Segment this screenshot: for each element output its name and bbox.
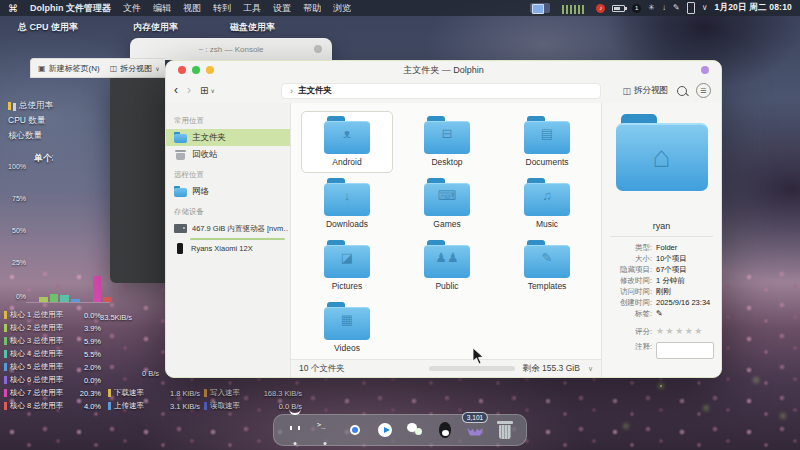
- user-accent-dot: [701, 66, 709, 74]
- music-note-emblem-icon: ♫: [524, 188, 570, 203]
- netease-music-icon[interactable]: ♪: [596, 4, 605, 13]
- chevron-down-icon: ∨: [155, 65, 159, 72]
- icons-view-icon: ⊞: [200, 85, 208, 96]
- menu-help[interactable]: 帮助: [303, 2, 321, 15]
- info-row-size: 大小:10个项目: [602, 253, 717, 264]
- legend-read-rate: 读取速率0.0 B/s: [204, 401, 302, 411]
- battery-icon[interactable]: [612, 5, 625, 12]
- info-row-type: 类型:Folder: [602, 242, 717, 253]
- folder-templates[interactable]: ✎Templates: [501, 235, 593, 297]
- folder-pictures[interactable]: ◪Pictures: [301, 235, 393, 297]
- folder-android[interactable]: ᴥAndroid: [301, 111, 393, 173]
- comment-row: 注释:: [602, 342, 717, 359]
- menu-go[interactable]: 转到: [213, 2, 231, 15]
- info-row-hidden: 隐藏项目:67个项目: [602, 264, 717, 275]
- konsole-titlebar[interactable]: ~ : zsh — Konsole: [130, 38, 332, 60]
- chevron-down-icon[interactable]: ∨: [588, 365, 593, 373]
- menu-tools[interactable]: 工具: [243, 2, 261, 15]
- download-arrow-icon[interactable]: ↓: [662, 4, 666, 12]
- folder-videos[interactable]: ▦Videos: [301, 297, 393, 359]
- dock-item-trash[interactable]: [494, 419, 516, 441]
- forward-button[interactable]: ›: [187, 83, 191, 97]
- dock-item-terminal[interactable]: [314, 419, 336, 441]
- split-view-button[interactable]: ◫拆分视图∨: [110, 63, 160, 74]
- axis-50: 50%: [0, 227, 26, 234]
- search-icon[interactable]: [677, 86, 687, 96]
- rating-stars[interactable]: ★★★★★: [656, 327, 704, 337]
- menu-hamburger-icon[interactable]: ☰: [696, 83, 711, 98]
- virtual-desktop-pager[interactable]: [530, 3, 550, 13]
- dock-item-finder[interactable]: [284, 419, 306, 441]
- back-button[interactable]: ‹: [174, 83, 178, 97]
- axis-25: 25%: [0, 259, 26, 266]
- dock-item-video-player[interactable]: [374, 419, 396, 441]
- unread-badge: 3,101: [462, 412, 488, 423]
- menu-browse[interactable]: 浏览: [333, 2, 351, 15]
- stylus-pen-icon[interactable]: ✎: [673, 4, 680, 12]
- dock-item-qq[interactable]: [434, 419, 456, 441]
- folder-public[interactable]: ♟♟Public: [401, 235, 493, 297]
- item-count: 10 个文件夹: [299, 363, 345, 375]
- sensor-row-cpu-count: CPU 数量: [8, 115, 45, 127]
- folder-documents[interactable]: ▤Documents: [501, 111, 593, 173]
- legend-marker: [108, 389, 111, 397]
- sidebar-item-network[interactable]: 网络: [166, 183, 290, 200]
- section-header: 常用位置: [174, 116, 290, 126]
- apple-logo-icon[interactable]: ⌘: [8, 3, 18, 14]
- axis-75: 75%: [0, 195, 26, 202]
- info-row-created: 创建时间:2025/9/16 23:34: [602, 297, 717, 308]
- folder-games[interactable]: ⌨Games: [401, 173, 493, 235]
- stray-rate-value: 0 B/s: [142, 369, 159, 378]
- dolphin-titlebar[interactable]: 主文件夹 — Dolphin: [166, 61, 721, 80]
- breadcrumb[interactable]: › 主文件夹: [281, 83, 601, 99]
- compose-star-icon[interactable]: ✳: [648, 4, 655, 12]
- clock[interactable]: 1月20日 周二 08:10: [715, 2, 792, 14]
- status-bar: 10 个文件夹 剩余 155.3 GiB ∨: [291, 359, 601, 377]
- menu-file[interactable]: 文件: [123, 2, 141, 15]
- legend-marker: [4, 363, 7, 371]
- breadcrumb-location: 主文件夹: [298, 85, 332, 97]
- legend-core-7: 核心 7 总使用率20.3%: [4, 388, 101, 398]
- folder-downloads[interactable]: ↓Downloads: [301, 173, 393, 235]
- legend-marker: [4, 350, 7, 358]
- legend-core-1: 核心 1 总使用率0.0%: [4, 310, 101, 320]
- stray-rate-value: 83.5KiB/s: [100, 313, 132, 322]
- maximize-button[interactable]: [192, 66, 200, 74]
- menu-settings[interactable]: 设置: [273, 2, 291, 15]
- tag-edit-icon[interactable]: ✎: [656, 308, 663, 319]
- folder-music[interactable]: ♫Music: [501, 173, 593, 235]
- folder-desktop[interactable]: ⊟Desktop: [401, 111, 493, 173]
- cpu-history-graph-icon[interactable]: [562, 5, 584, 14]
- running-indicator: [294, 442, 297, 445]
- input-method-icon[interactable]: 1: [632, 4, 641, 13]
- sidebar-item-trash[interactable]: 回收站: [166, 146, 290, 163]
- legend-core-5: 核心 5 总使用率2.0%: [4, 362, 101, 372]
- legend-core-6: 核心 6 总使用率0.0%: [4, 375, 101, 385]
- minimize-button[interactable]: [206, 66, 214, 74]
- dock-item-chrome[interactable]: [344, 419, 366, 441]
- pencil-emblem-icon: ✎: [524, 250, 570, 265]
- dock-item-wechat[interactable]: [404, 419, 426, 441]
- close-button[interactable]: [178, 66, 186, 74]
- menu-edit[interactable]: 编辑: [153, 2, 171, 15]
- folder-grid: ᴥAndroid ⊟Desktop ▤Documents ↓Downloads …: [291, 103, 601, 359]
- legend-download-rate: 下载速率1.8 KiB/s: [108, 388, 200, 398]
- menu-view[interactable]: 视图: [183, 2, 201, 15]
- comment-input[interactable]: [656, 342, 714, 359]
- home-emblem-icon: ⌂: [616, 140, 708, 174]
- hard-drive-icon: [174, 224, 187, 233]
- sidebar-item-home[interactable]: 主文件夹: [166, 129, 290, 146]
- dock-item-messages[interactable]: 3,101: [464, 419, 486, 441]
- sidebar-item-internal-drive[interactable]: 467.9 GiB 内置驱动器 [nvm…: [166, 220, 290, 237]
- sidebar-item-phone[interactable]: Ryans Xiaomi 12X: [166, 240, 290, 257]
- running-indicator: [324, 442, 327, 445]
- split-view-button[interactable]: ◫拆分视图: [622, 85, 668, 97]
- konsole-window-button[interactable]: [314, 45, 322, 53]
- legend-marker: [4, 389, 7, 397]
- kde-connect-phone-icon[interactable]: [687, 2, 695, 14]
- legend-marker: [4, 324, 7, 332]
- expand-tray-chevron-icon[interactable]: ∨: [702, 4, 708, 12]
- split-view-icon: ◫: [622, 86, 631, 96]
- new-tab-button[interactable]: ▣新建标签页(N): [38, 63, 100, 74]
- view-mode-button[interactable]: ⊞∨: [200, 85, 215, 96]
